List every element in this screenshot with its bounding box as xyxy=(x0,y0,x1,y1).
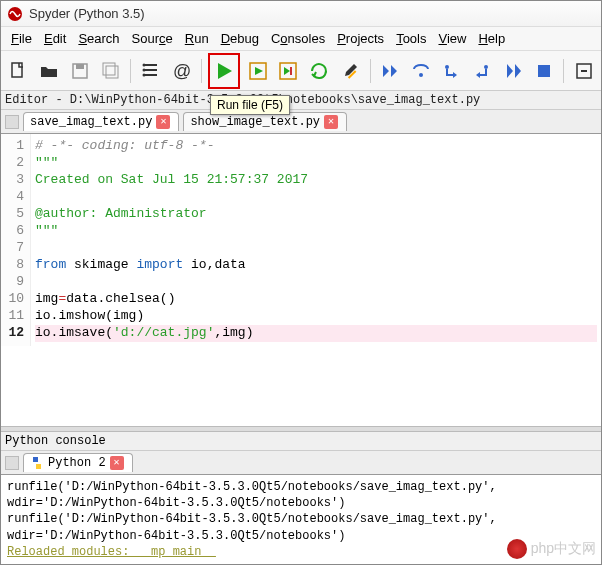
svg-point-8 xyxy=(142,73,145,76)
menu-projects[interactable]: Projects xyxy=(333,29,388,48)
svg-rect-3 xyxy=(76,64,84,69)
run-selection-button[interactable] xyxy=(306,56,333,86)
close-icon[interactable]: ✕ xyxy=(110,456,124,470)
tab-list-icon[interactable] xyxy=(5,115,19,129)
separator xyxy=(201,59,202,83)
debug-stop-button[interactable] xyxy=(530,56,557,86)
debug-continue-button[interactable] xyxy=(500,56,527,86)
svg-point-14 xyxy=(484,65,488,69)
debug-step-button[interactable] xyxy=(376,56,403,86)
svg-rect-15 xyxy=(538,65,550,77)
configure-button[interactable] xyxy=(337,56,364,86)
svg-text:@: @ xyxy=(173,61,191,81)
close-icon[interactable]: ✕ xyxy=(324,115,338,129)
svg-point-12 xyxy=(419,73,423,77)
console-tabs: Python 2 ✕ xyxy=(1,451,601,475)
app-icon xyxy=(7,6,23,22)
menu-consoles[interactable]: Consoles xyxy=(267,29,329,48)
editor-tabs: save_imag_text.py ✕ show_image_text.py ✕ xyxy=(1,110,601,134)
line-gutter: 123456789101112 xyxy=(1,134,31,346)
watermark: php中文网 xyxy=(507,539,596,559)
close-icon[interactable]: ✕ xyxy=(156,115,170,129)
toolbar: @ xyxy=(1,51,601,91)
python-icon xyxy=(30,456,44,470)
run-file-button[interactable] xyxy=(208,53,241,89)
tab-label: save_imag_text.py xyxy=(30,115,152,129)
svg-point-6 xyxy=(142,63,145,66)
menu-source[interactable]: Source xyxy=(128,29,177,48)
tab-save-imag[interactable]: save_imag_text.py ✕ xyxy=(23,112,179,131)
svg-point-7 xyxy=(142,68,145,71)
menu-search[interactable]: Search xyxy=(74,29,123,48)
tab-label: show_image_text.py xyxy=(190,115,320,129)
menu-help[interactable]: Help xyxy=(474,29,509,48)
titlebar: Spyder (Python 3.5) xyxy=(1,1,601,27)
tab-list-icon[interactable] xyxy=(5,456,19,470)
debug-stepout-button[interactable] xyxy=(469,56,496,86)
separator xyxy=(563,59,564,83)
menu-run[interactable]: Run xyxy=(181,29,213,48)
console-line: runfile('D:/WinPython-64bit-3.5.3.0Qt5/n… xyxy=(7,479,595,511)
save-button[interactable] xyxy=(67,56,94,86)
menubar: File Edit Search Source Run Debug Consol… xyxy=(1,27,601,51)
separator xyxy=(370,59,371,83)
separator xyxy=(130,59,131,83)
save-all-button[interactable] xyxy=(97,56,124,86)
menu-edit[interactable]: Edit xyxy=(40,29,70,48)
menu-tools[interactable]: Tools xyxy=(392,29,430,48)
editor-path: Editor - D:\WinPython-64bit-3.5.3.0Qt5\n… xyxy=(1,91,601,110)
run-cell-button[interactable] xyxy=(244,56,271,86)
at-button[interactable]: @ xyxy=(168,56,195,86)
debug-stepin-button[interactable] xyxy=(438,56,465,86)
svg-point-13 xyxy=(445,65,449,69)
menu-debug[interactable]: Debug xyxy=(217,29,263,48)
debug-stepover-button[interactable] xyxy=(407,56,434,86)
console-tab-label: Python 2 xyxy=(48,456,106,470)
svg-rect-5 xyxy=(106,66,118,78)
open-file-button[interactable] xyxy=(36,56,63,86)
console-header: Python console xyxy=(1,432,601,451)
run-tooltip: Run file (F5) xyxy=(210,95,290,115)
window-title: Spyder (Python 3.5) xyxy=(29,6,145,21)
watermark-logo-icon xyxy=(507,539,527,559)
new-file-button[interactable] xyxy=(5,56,32,86)
svg-rect-4 xyxy=(103,63,115,75)
code-editor[interactable]: 123456789101112 # -*- coding: utf-8 -*-"… xyxy=(1,134,601,426)
watermark-text: php中文网 xyxy=(531,540,596,558)
run-cell-advance-button[interactable] xyxy=(275,56,302,86)
outline-button[interactable] xyxy=(137,56,164,86)
overflow-button[interactable] xyxy=(570,56,597,86)
menu-view[interactable]: View xyxy=(434,29,470,48)
menu-file[interactable]: File xyxy=(7,29,36,48)
code-area[interactable]: # -*- coding: utf-8 -*-"""Created on Sat… xyxy=(31,134,601,346)
console-tab[interactable]: Python 2 ✕ xyxy=(23,453,133,472)
svg-rect-1 xyxy=(12,63,22,77)
